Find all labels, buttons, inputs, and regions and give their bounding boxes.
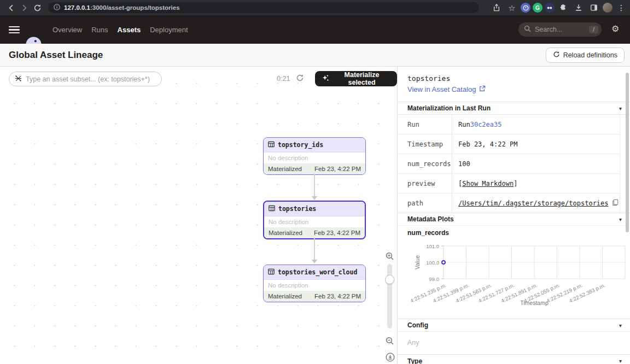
- asset-node-status: Materialized Feb 23, 4:22 PM: [264, 227, 365, 238]
- screen: 127.0.0.1 :3000/asset-groups/topstories …: [0, 0, 630, 364]
- show-markdown-link[interactable]: Show Markdown: [462, 180, 514, 187]
- status-timestamp: Feb 23, 4:22 PM: [314, 166, 361, 172]
- nav-item-overview[interactable]: Overview: [52, 26, 82, 34]
- svg-text:99.0: 99.0: [429, 276, 440, 282]
- asset-detail-panel: topstories View in Asset Catalog Materia…: [397, 67, 630, 364]
- section-type[interactable]: Type ▾: [398, 354, 630, 364]
- run-id-link[interactable]: 30c2ea35: [470, 121, 502, 128]
- nav-links: Overview Runs Assets Deployment: [52, 15, 188, 44]
- refresh-icon[interactable]: [296, 74, 304, 84]
- extension-glasses-icon[interactable]: [545, 3, 555, 13]
- external-link-icon: [479, 85, 486, 93]
- materialization-table: Run Run 30c2ea35 Timestamp Feb 23, 4:22 …: [398, 115, 620, 213]
- sidepanel-icon[interactable]: [587, 1, 600, 14]
- nav-menu-icon[interactable]: [9, 26, 20, 33]
- asset-node-status: Materialized Feb 23, 4:22 PM: [264, 163, 365, 174]
- section-config[interactable]: Config ▾: [398, 319, 630, 332]
- table-row-run: Run Run 30c2ea35: [398, 115, 620, 134]
- nav-item-deployment[interactable]: Deployment: [150, 26, 188, 34]
- zoom-to-fit-icon[interactable]: [386, 353, 395, 364]
- table-icon: [269, 204, 275, 214]
- extensions-puzzle-icon[interactable]: [557, 1, 570, 14]
- extension-grammarly-icon[interactable]: G: [533, 3, 542, 13]
- asset-node-topstory-ids[interactable]: topstory_ids No description Materialized…: [263, 137, 366, 175]
- edge-topstory-ids-topstories: [314, 174, 315, 199]
- chevron-down-icon: ▾: [619, 358, 622, 364]
- browser-menu-icon[interactable]: ⋮: [615, 1, 628, 14]
- settings-gear-icon[interactable]: ⚙: [611, 24, 619, 34]
- nav-item-runs[interactable]: Runs: [91, 26, 108, 34]
- nav-item-assets[interactable]: Assets: [118, 26, 141, 34]
- bookmark-star-icon[interactable]: ☆: [505, 1, 518, 14]
- zoom-slider[interactable]: [387, 264, 392, 328]
- page-header: Global Asset Lineage Reload definitions: [0, 44, 630, 67]
- chart-title: num_records: [407, 229, 449, 237]
- share-icon[interactable]: [490, 1, 503, 14]
- chevron-down-icon: ▾: [619, 216, 622, 222]
- table-row-preview: preview [Show Markdown]: [398, 174, 620, 193]
- url-path: :3000/asset-groups/topstories: [90, 4, 180, 11]
- reload-definitions-button[interactable]: Reload definitions: [546, 48, 625, 63]
- asset-node-header: topstory_ids: [264, 138, 365, 152]
- search-input[interactable]: Search... /: [518, 22, 602, 37]
- asset-node-status: Materialized Feb 23, 4:22 PM: [264, 291, 365, 302]
- path-link[interactable]: /Users/tim/.dagster/storage/topstories: [458, 199, 609, 207]
- downloads-icon[interactable]: [572, 1, 585, 14]
- asset-filter-field[interactable]: [9, 72, 162, 86]
- forward-icon[interactable]: [18, 1, 31, 14]
- status-label: Materialized: [269, 230, 302, 236]
- materialize-selected-button[interactable]: Materialize selected: [315, 71, 397, 86]
- zoom-slider-handle[interactable]: [385, 275, 394, 284]
- status-label: Materialized: [268, 166, 302, 172]
- search-shortcut-badge: /: [589, 26, 598, 33]
- svg-text:Timestamp: Timestamp: [520, 300, 549, 306]
- asset-subset-input[interactable]: [26, 75, 156, 83]
- svg-text:101.0: 101.0: [426, 243, 439, 249]
- metadata-chart: 101.0100.099.04:22:51.235 p.m.4:22:51.39…: [398, 238, 630, 320]
- svg-text:Value: Value: [414, 255, 421, 269]
- op-selector-icon: [15, 74, 22, 84]
- edge-topstories-word-cloud: [314, 238, 315, 263]
- url-bar[interactable]: 127.0.0.1 :3000/asset-groups/topstories: [48, 2, 479, 13]
- table-row-path: path /Users/tim/.dagster/storage/topstor…: [398, 193, 620, 213]
- refresh-timer: 0:21: [277, 75, 290, 83]
- search-placeholder: Search...: [535, 26, 585, 33]
- app-nav: Overview Runs Assets Deployment Search..…: [0, 15, 630, 44]
- copy-icon[interactable]: [612, 199, 619, 208]
- page-title: Global Asset Lineage: [9, 50, 103, 61]
- url-host: 127.0.0.1: [64, 4, 90, 11]
- table-row-timestamp: Timestamp Feb 23, 4:22 PM: [398, 134, 620, 154]
- table-row-num-records: num_records 100: [398, 154, 620, 174]
- asset-node-description: No description: [264, 280, 365, 291]
- status-timestamp: Feb 23, 4:22 PM: [314, 230, 360, 236]
- profile-avatar[interactable]: [603, 3, 612, 13]
- extension-1password-icon[interactable]: [521, 3, 530, 13]
- search-icon: [524, 25, 531, 34]
- back-icon[interactable]: [4, 1, 18, 14]
- panel-scrollbar[interactable]: [626, 73, 629, 232]
- browser-actions: ☆ G ⋮: [490, 0, 628, 15]
- section-metadata-plots[interactable]: Metadata Plots ▾: [398, 213, 630, 226]
- zoom-in-icon[interactable]: [386, 252, 394, 263]
- chevron-down-icon: ▾: [619, 105, 622, 111]
- chevron-down-icon: ▾: [619, 322, 622, 328]
- table-icon: [268, 267, 275, 277]
- status-timestamp: Feb 23, 4:22 PM: [314, 293, 361, 300]
- panel-asset-name: topstories: [407, 74, 450, 83]
- asset-node-description: No description: [264, 152, 365, 163]
- zoom-out-icon[interactable]: [386, 337, 394, 348]
- reload-icon: [553, 51, 560, 60]
- svg-text:100.0: 100.0: [426, 260, 439, 266]
- asset-node-header: topstories: [264, 202, 365, 216]
- site-info-icon[interactable]: [54, 3, 60, 13]
- view-in-asset-catalog-link[interactable]: View in Asset Catalog: [407, 85, 486, 93]
- asset-node-topstories[interactable]: topstories No description Materialized F…: [263, 201, 366, 239]
- browser-chrome: 127.0.0.1 :3000/asset-groups/topstories …: [0, 0, 630, 15]
- section-materialization-last-run[interactable]: Materialization in Last Run ▾: [398, 102, 630, 115]
- status-label: Materialized: [268, 293, 302, 300]
- reload-page-icon[interactable]: [31, 1, 44, 14]
- asset-node-topstories-word-cloud[interactable]: topstories_word_cloud No description Mat…: [263, 265, 366, 302]
- asset-node-description: No description: [264, 216, 365, 227]
- chart-container: 101.0100.099.04:22:51.235 p.m.4:22:51.39…: [398, 238, 630, 320]
- lineage-graph[interactable]: 0:21 Materialize selected topstory_ids N…: [0, 67, 397, 364]
